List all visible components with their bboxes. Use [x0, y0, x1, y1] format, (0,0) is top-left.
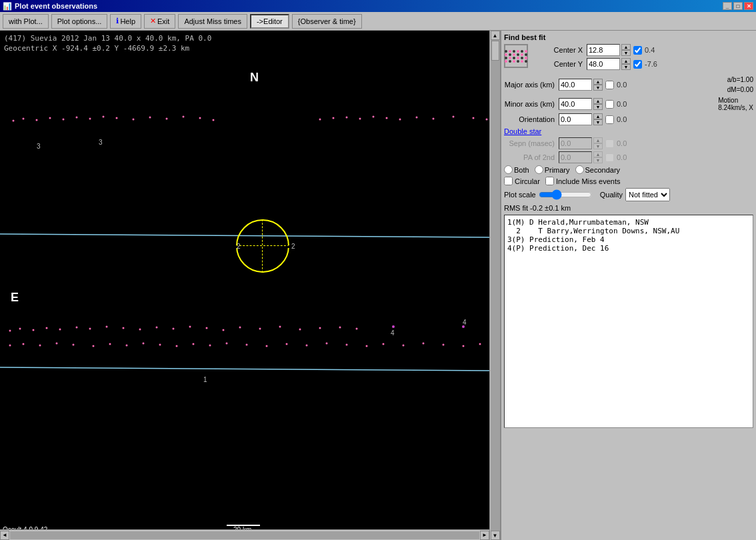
center-x-down[interactable]: ▼ [621, 50, 631, 56]
major-axis-input[interactable] [559, 79, 592, 91]
orientation-spinner[interactable]: ▲ ▼ [593, 113, 603, 125]
svg-point-67 [266, 345, 268, 347]
minimize-button[interactable]: _ [723, 2, 732, 10]
help-icon: ℹ [116, 17, 119, 25]
center-x-up[interactable]: ▲ [621, 44, 631, 50]
major-axis-down[interactable]: ▼ [593, 85, 603, 91]
orientation-input[interactable] [559, 113, 592, 125]
svg-point-60 [143, 343, 145, 345]
results-area[interactable]: 1(M) D Herald,Murrumbateman, NSW 2 T Bar… [504, 215, 753, 428]
svg-point-56 [73, 344, 75, 346]
close-button[interactable]: ✕ [744, 2, 753, 10]
sepn-input [559, 137, 592, 149]
plot-scrollbar[interactable]: ▲ ▼ [489, 31, 500, 540]
chord-line-lower [0, 357, 493, 384]
svg-point-72 [366, 345, 368, 347]
svg-point-62 [176, 345, 178, 347]
center-y-extra: -7.6 [645, 60, 657, 68]
title-bar: 📊 Plot event observations _ □ ✕ [0, 0, 756, 12]
center-y-checkbox[interactable] [633, 60, 642, 69]
svg-point-10 [149, 117, 151, 119]
pa2nd-input [559, 151, 592, 163]
title-bar-left: 📊 Plot event observations [3, 2, 97, 11]
quality-select[interactable]: Not fitted Good Fair Poor [625, 188, 670, 201]
with-plot-button[interactable]: with Plot... [3, 14, 49, 29]
plot-scale-row: Plot scale Quality Not fitted Good Fair … [504, 188, 753, 201]
svg-point-57 [93, 345, 95, 347]
svg-point-63 [193, 343, 195, 345]
scroll-track[interactable] [491, 40, 500, 531]
pa2nd-extra: 0.0 [617, 153, 627, 161]
hscroll-track[interactable] [10, 531, 479, 539]
include-miss-label[interactable]: Include Miss events [545, 177, 621, 185]
circular-label[interactable]: Circular [504, 177, 540, 185]
title-bar-buttons[interactable]: _ □ ✕ [723, 2, 753, 10]
adjust-miss-times-button[interactable]: Adjust Miss times [178, 14, 247, 29]
center-x-checkbox[interactable] [633, 46, 642, 55]
motion-value: 8.24km/s, X [718, 104, 753, 111]
radio-both[interactable]: Both [504, 165, 529, 174]
orientation-up[interactable]: ▲ [593, 113, 603, 119]
sepn-extra: 0.0 [617, 139, 627, 147]
major-axis-checkbox[interactable] [605, 81, 614, 89]
circular-checkbox[interactable] [504, 177, 513, 185]
radio-both-input[interactable] [504, 165, 513, 174]
help-button[interactable]: ℹ Help [110, 14, 141, 29]
ellipse-crosshair-h [236, 245, 289, 248]
horizontal-scrollbar[interactable]: ◄ ► [0, 529, 489, 540]
scroll-right-button[interactable]: ► [480, 531, 489, 540]
pa2nd-up: ▲ [593, 151, 603, 157]
scroll-thumb[interactable] [491, 41, 499, 61]
minor-axis-up[interactable]: ▲ [593, 98, 603, 104]
observer-3b-label: 3 [99, 139, 103, 146]
bitmap-icon [504, 44, 528, 68]
center-x-spinner[interactable]: ▲ ▼ [621, 44, 631, 56]
minor-axis-checkbox[interactable] [605, 100, 614, 109]
radio-group: Both Primary Secondary [504, 165, 753, 174]
orientation-extra: 0.0 [617, 115, 627, 123]
plot-info-line2: Geocentric X -924.4 ±0.2 Y -4669.9 ±2.3 … [4, 43, 211, 53]
svg-point-46 [299, 329, 301, 331]
exit-button[interactable]: ✕ Exit [144, 14, 175, 29]
minor-axis-label: Minor axis (km) [504, 100, 557, 108]
quality-label: Quality [600, 191, 623, 199]
include-events-row: Circular Include Miss events [504, 177, 753, 185]
scroll-up-button[interactable]: ▲ [491, 31, 500, 40]
major-axis-extra: 0.0 [617, 81, 627, 89]
center-y-up[interactable]: ▲ [621, 58, 631, 64]
minor-axis-spinner[interactable]: ▲ ▼ [593, 98, 603, 110]
pa2nd-down: ▼ [593, 157, 603, 163]
title-bar-text: Plot event observations [15, 2, 97, 10]
double-star-link[interactable]: Double star [504, 127, 753, 135]
radio-primary-input[interactable] [535, 165, 543, 174]
plot-area[interactable]: (417) Suevia 2012 Jan 13 40.0 x 40.0 km,… [0, 31, 500, 540]
center-y-spinner[interactable]: ▲ ▼ [621, 58, 631, 70]
maximize-button[interactable]: □ [733, 2, 743, 10]
editor-button[interactable]: ->Editor [250, 14, 289, 29]
include-miss-checkbox[interactable] [545, 177, 554, 185]
center-y-down[interactable]: ▼ [621, 64, 631, 70]
center-y-input[interactable] [587, 58, 620, 70]
center-y-label: Center Y [532, 60, 585, 68]
major-axis-spinner[interactable]: ▲ ▼ [593, 79, 603, 91]
orientation-checkbox[interactable] [605, 115, 614, 124]
minor-axis-input[interactable] [559, 98, 592, 110]
radio-secondary-input[interactable] [575, 165, 584, 174]
svg-point-13 [199, 117, 201, 119]
plot-options-button[interactable]: Plot options... [51, 14, 108, 29]
minor-axis-down[interactable]: ▼ [593, 104, 603, 110]
radio-secondary[interactable]: Secondary [575, 165, 621, 174]
svg-point-16 [333, 117, 335, 119]
right-panel: Find best fit Center X ▲ ▼ [500, 31, 756, 540]
major-axis-up[interactable]: ▲ [593, 79, 603, 85]
observer-time-button[interactable]: {Observer & time} [292, 14, 362, 29]
svg-point-5 [76, 117, 78, 119]
svg-point-6 [89, 118, 91, 120]
scroll-left-button[interactable]: ◄ [0, 531, 9, 540]
plot-scale-label: Plot scale [504, 191, 536, 199]
center-x-input[interactable] [587, 44, 620, 56]
radio-primary[interactable]: Primary [535, 165, 570, 174]
scroll-down-button[interactable]: ▼ [491, 531, 500, 540]
orientation-down[interactable]: ▼ [593, 119, 603, 125]
plot-scale-slider[interactable] [539, 189, 592, 200]
